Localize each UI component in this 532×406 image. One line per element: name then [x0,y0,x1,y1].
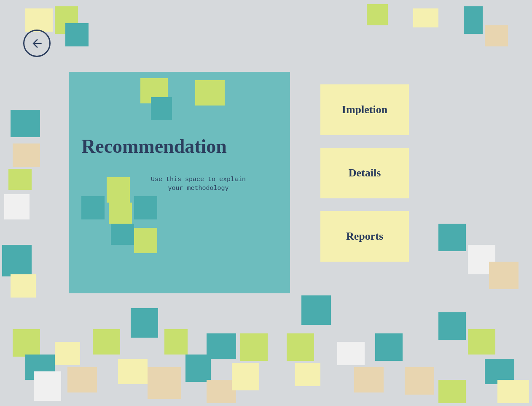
deco-sq-35 [405,367,434,395]
deco-sq-17 [34,371,61,401]
deco-sq-3 [65,23,89,46]
deco-sq-39 [485,359,514,384]
deco-sq-15 [25,355,55,380]
back-button[interactable] [23,30,51,57]
deco-sq-10 [8,169,32,190]
card-deco-8 [134,196,157,219]
deco-sq-9 [13,143,40,167]
deco-sq-26 [207,333,236,359]
deco-sq-18 [67,367,97,392]
nav-buttons-container: Impletion Details Reports [320,84,409,262]
deco-sq-24 [185,355,211,382]
deco-sq-r2 [468,245,495,274]
deco-sq-31 [295,363,320,386]
deco-sq-40 [497,380,529,403]
deco-sq-16 [55,342,80,365]
card-subtitle: Use this space to explain your methodolo… [151,175,246,193]
deco-sq-28 [232,363,259,390]
deco-sq-2 [55,6,78,34]
deco-sq-37 [438,312,466,340]
main-card: Recommendation Use this space to explain… [69,72,290,293]
deco-sq-23 [164,329,188,355]
deco-sq-29 [301,295,331,325]
card-deco-2 [151,97,172,120]
deco-sq-32 [337,342,365,365]
deco-sq-34 [375,333,403,361]
card-deco-7 [111,224,134,245]
card-deco-3 [195,80,225,106]
deco-sq-12 [2,245,32,276]
deco-sq-36 [438,380,466,403]
card-deco-9 [134,228,157,253]
deco-sq-r3 [489,262,519,289]
deco-sq-14 [13,329,40,357]
deco-sq-27 [240,333,268,361]
deco-sq-5 [413,8,438,27]
deco-sq-25 [207,380,236,403]
deco-sq-30 [287,333,314,361]
deco-sq-13 [11,274,36,298]
deco-sq-19 [93,329,120,355]
card-deco-4 [81,196,105,219]
card-deco-5 [107,177,130,203]
deco-sq-7 [485,25,508,46]
deco-sq-r1 [438,224,466,251]
details-button[interactable]: Details [320,148,409,198]
deco-sq-21 [118,359,148,384]
deco-sq-8 [11,110,40,137]
impletion-button[interactable]: Impletion [320,84,409,135]
deco-sq-1 [25,8,53,32]
reports-button[interactable]: Reports [320,211,409,262]
deco-sq-33 [354,367,384,392]
deco-sq-4 [367,4,388,25]
card-title: Recommendation [81,135,227,157]
deco-sq-38 [468,329,495,355]
deco-sq-6 [464,6,483,34]
deco-sq-22 [148,367,181,399]
deco-sq-11 [4,194,30,219]
card-deco-6 [109,203,132,224]
deco-sq-20 [131,308,158,338]
back-arrow-icon [30,37,44,50]
